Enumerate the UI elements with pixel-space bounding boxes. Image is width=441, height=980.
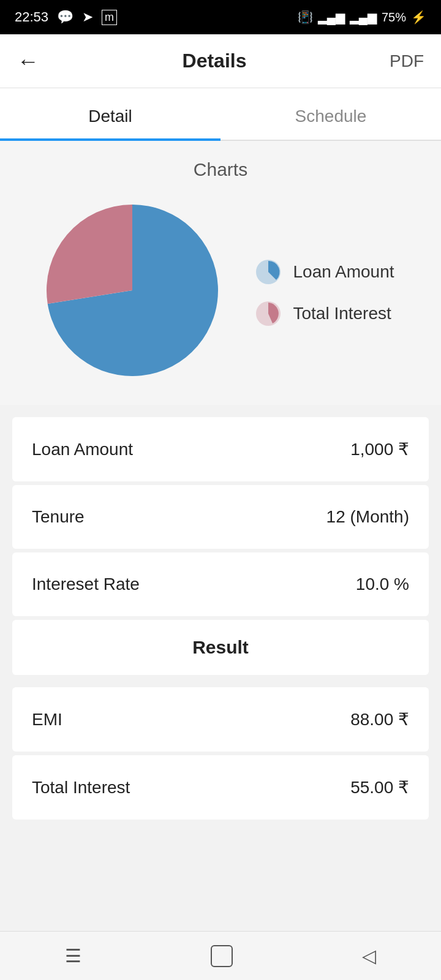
- status-bar: 22:53 💬 ➤ m 📳 ▂▄▆ ▂▄▆ 75% ⚡: [0, 0, 441, 34]
- total-interest-row: Total Interest 55.00 ₹: [12, 755, 429, 820]
- tab-schedule[interactable]: Schedule: [221, 88, 441, 140]
- emi-row: EMI 88.00 ₹: [12, 687, 429, 752]
- interest-rate-value: 10.0 %: [356, 575, 409, 594]
- loan-amount-value: 1,000 ₹: [350, 439, 409, 459]
- home-icon[interactable]: [211, 945, 233, 967]
- interest-rate-label: Intereset Rate: [32, 575, 140, 594]
- emi-label: EMI: [32, 710, 62, 729]
- emi-value: 88.00 ₹: [350, 709, 409, 729]
- bolt-icon: ⚡: [411, 10, 426, 24]
- back-button[interactable]: ←: [17, 48, 39, 74]
- legend-loan-icon: [255, 258, 282, 285]
- vibrate-icon: 📳: [298, 10, 313, 24]
- tenure-row: Tenure 12 (Month): [12, 485, 429, 549]
- total-interest-value: 55.00 ₹: [350, 777, 409, 797]
- total-interest-label: Total Interest: [32, 778, 130, 797]
- chart-legend: Loan Amount Total Interest: [255, 258, 394, 327]
- top-nav: ← Details PDF: [0, 34, 441, 88]
- data-rows: Loan Amount 1,000 ₹ Tenure 12 (Month) In…: [0, 405, 441, 616]
- signal-icon: ▂▄▆: [318, 10, 345, 24]
- chart-container: Loan Amount Total Interest: [12, 205, 429, 380]
- menu-icon[interactable]: ☰: [65, 945, 81, 967]
- result-rows: EMI 88.00 ₹ Total Interest 55.00 ₹: [0, 675, 441, 820]
- send-icon: ➤: [82, 9, 93, 25]
- status-time: 22:53: [15, 9, 48, 25]
- whatsapp-icon: 💬: [57, 9, 74, 25]
- signal2-icon: ▂▄▆: [350, 10, 377, 24]
- interest-rate-row: Intereset Rate 10.0 %: [12, 552, 429, 616]
- battery-label: 75%: [382, 10, 406, 24]
- legend-total-interest: Total Interest: [255, 300, 394, 327]
- back-nav-icon[interactable]: ◁: [362, 945, 376, 967]
- legend-interest-icon: [255, 300, 282, 327]
- loan-amount-row: Loan Amount 1,000 ₹: [12, 417, 429, 481]
- tab-detail[interactable]: Detail: [0, 88, 221, 140]
- tabs: Detail Schedule: [0, 88, 441, 141]
- loan-amount-label: Loan Amount: [32, 440, 133, 459]
- tenure-label: Tenure: [32, 507, 85, 527]
- tenure-value: 12 (Month): [326, 507, 409, 527]
- legend-interest-label: Total Interest: [293, 304, 391, 323]
- legend-loan-amount: Loan Amount: [255, 258, 394, 285]
- legend-loan-label: Loan Amount: [293, 262, 394, 282]
- m-icon: m: [102, 10, 117, 25]
- pdf-button[interactable]: PDF: [390, 51, 424, 71]
- bottom-nav: ☰ ◁: [0, 931, 441, 980]
- charts-section: Charts: [0, 141, 441, 405]
- charts-title: Charts: [12, 159, 429, 180]
- pie-chart: [47, 205, 218, 380]
- result-header: Result: [12, 620, 429, 675]
- page-title: Details: [183, 50, 247, 72]
